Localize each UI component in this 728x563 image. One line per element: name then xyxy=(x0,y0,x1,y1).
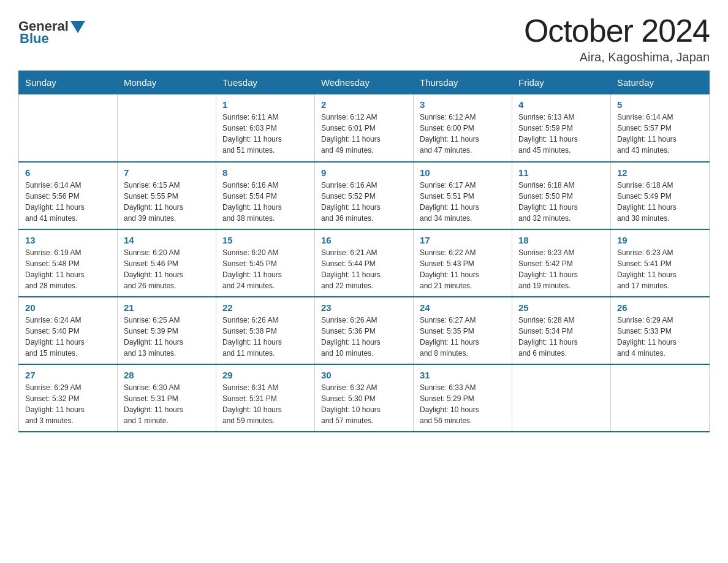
day-number: 18 xyxy=(518,235,604,245)
calendar-cell xyxy=(19,94,118,162)
calendar-cell: 17Sunrise: 6:22 AM Sunset: 5:43 PM Dayli… xyxy=(414,229,512,297)
day-info: Sunrise: 6:19 AM Sunset: 5:48 PM Dayligh… xyxy=(25,247,111,291)
day-info: Sunrise: 6:16 AM Sunset: 5:54 PM Dayligh… xyxy=(222,180,308,224)
calendar-week-row: 27Sunrise: 6:29 AM Sunset: 5:32 PM Dayli… xyxy=(19,364,710,432)
day-number: 6 xyxy=(25,167,111,178)
calendar-cell: 2Sunrise: 6:12 AM Sunset: 6:01 PM Daylig… xyxy=(315,94,414,162)
day-info: Sunrise: 6:33 AM Sunset: 5:29 PM Dayligh… xyxy=(420,382,506,426)
day-number: 13 xyxy=(25,235,111,245)
day-number: 19 xyxy=(617,235,703,245)
calendar-header-tuesday: Tuesday xyxy=(216,71,315,94)
day-info: Sunrise: 6:23 AM Sunset: 5:41 PM Dayligh… xyxy=(617,247,703,291)
day-info: Sunrise: 6:32 AM Sunset: 5:30 PM Dayligh… xyxy=(321,382,407,426)
calendar-cell: 4Sunrise: 6:13 AM Sunset: 5:59 PM Daylig… xyxy=(512,94,611,162)
day-number: 10 xyxy=(420,167,506,178)
day-info: Sunrise: 6:14 AM Sunset: 5:56 PM Dayligh… xyxy=(25,180,111,224)
calendar-cell: 5Sunrise: 6:14 AM Sunset: 5:57 PM Daylig… xyxy=(611,94,710,162)
day-info: Sunrise: 6:12 AM Sunset: 6:00 PM Dayligh… xyxy=(420,112,506,156)
day-info: Sunrise: 6:25 AM Sunset: 5:39 PM Dayligh… xyxy=(124,315,210,359)
page-header: General Blue October 2024 Aira, Kagoshim… xyxy=(18,12,710,64)
month-title: October 2024 xyxy=(524,12,710,49)
day-info: Sunrise: 6:26 AM Sunset: 5:38 PM Dayligh… xyxy=(222,315,308,359)
day-info: Sunrise: 6:18 AM Sunset: 5:50 PM Dayligh… xyxy=(518,180,604,224)
calendar-cell: 24Sunrise: 6:27 AM Sunset: 5:35 PM Dayli… xyxy=(414,297,512,364)
day-number: 25 xyxy=(518,302,604,313)
day-number: 21 xyxy=(124,302,210,313)
day-info: Sunrise: 6:11 AM Sunset: 6:03 PM Dayligh… xyxy=(222,112,308,156)
day-number: 23 xyxy=(321,302,407,313)
day-info: Sunrise: 6:20 AM Sunset: 5:45 PM Dayligh… xyxy=(222,247,308,291)
calendar-cell: 23Sunrise: 6:26 AM Sunset: 5:36 PM Dayli… xyxy=(315,297,414,364)
day-number: 11 xyxy=(518,167,604,178)
day-number: 1 xyxy=(222,99,308,110)
day-info: Sunrise: 6:17 AM Sunset: 5:51 PM Dayligh… xyxy=(420,180,506,224)
calendar-week-row: 6Sunrise: 6:14 AM Sunset: 5:56 PM Daylig… xyxy=(19,162,710,229)
calendar-cell xyxy=(118,94,216,162)
day-number: 16 xyxy=(321,235,407,245)
logo: General Blue xyxy=(18,18,85,47)
calendar-cell: 21Sunrise: 6:25 AM Sunset: 5:39 PM Dayli… xyxy=(118,297,216,364)
day-info: Sunrise: 6:23 AM Sunset: 5:42 PM Dayligh… xyxy=(518,247,604,291)
calendar-cell: 20Sunrise: 6:24 AM Sunset: 5:40 PM Dayli… xyxy=(19,297,118,364)
day-info: Sunrise: 6:29 AM Sunset: 5:32 PM Dayligh… xyxy=(25,382,111,426)
calendar-cell: 19Sunrise: 6:23 AM Sunset: 5:41 PM Dayli… xyxy=(611,229,710,297)
calendar-cell: 26Sunrise: 6:29 AM Sunset: 5:33 PM Dayli… xyxy=(611,297,710,364)
day-info: Sunrise: 6:27 AM Sunset: 5:35 PM Dayligh… xyxy=(420,315,506,359)
day-number: 12 xyxy=(617,167,703,178)
calendar-cell: 8Sunrise: 6:16 AM Sunset: 5:54 PM Daylig… xyxy=(216,162,315,229)
day-number: 7 xyxy=(124,167,210,178)
day-number: 15 xyxy=(222,235,308,245)
calendar-cell: 29Sunrise: 6:31 AM Sunset: 5:31 PM Dayli… xyxy=(216,364,315,432)
day-number: 17 xyxy=(420,235,506,245)
day-info: Sunrise: 6:18 AM Sunset: 5:49 PM Dayligh… xyxy=(617,180,703,224)
calendar-cell: 10Sunrise: 6:17 AM Sunset: 5:51 PM Dayli… xyxy=(414,162,512,229)
calendar-cell: 25Sunrise: 6:28 AM Sunset: 5:34 PM Dayli… xyxy=(512,297,611,364)
day-number: 28 xyxy=(124,370,210,380)
calendar-week-row: 13Sunrise: 6:19 AM Sunset: 5:48 PM Dayli… xyxy=(19,229,710,297)
calendar-header-thursday: Thursday xyxy=(414,71,512,94)
day-info: Sunrise: 6:13 AM Sunset: 5:59 PM Dayligh… xyxy=(518,112,604,156)
day-number: 8 xyxy=(222,167,308,178)
calendar-cell xyxy=(611,364,710,432)
day-number: 24 xyxy=(420,302,506,313)
day-info: Sunrise: 6:28 AM Sunset: 5:34 PM Dayligh… xyxy=(518,315,604,359)
calendar-cell: 18Sunrise: 6:23 AM Sunset: 5:42 PM Dayli… xyxy=(512,229,611,297)
day-info: Sunrise: 6:14 AM Sunset: 5:57 PM Dayligh… xyxy=(617,112,703,156)
day-number: 9 xyxy=(321,167,407,178)
logo-triangle-icon xyxy=(70,21,85,33)
day-number: 30 xyxy=(321,370,407,380)
calendar-cell: 7Sunrise: 6:15 AM Sunset: 5:55 PM Daylig… xyxy=(118,162,216,229)
day-number: 2 xyxy=(321,99,407,110)
calendar-cell: 3Sunrise: 6:12 AM Sunset: 6:00 PM Daylig… xyxy=(414,94,512,162)
calendar-header-sunday: Sunday xyxy=(19,71,118,94)
calendar-cell: 15Sunrise: 6:20 AM Sunset: 5:45 PM Dayli… xyxy=(216,229,315,297)
day-info: Sunrise: 6:21 AM Sunset: 5:44 PM Dayligh… xyxy=(321,247,407,291)
day-number: 27 xyxy=(25,370,111,380)
calendar-cell: 31Sunrise: 6:33 AM Sunset: 5:29 PM Dayli… xyxy=(414,364,512,432)
calendar-cell: 6Sunrise: 6:14 AM Sunset: 5:56 PM Daylig… xyxy=(19,162,118,229)
calendar-cell: 14Sunrise: 6:20 AM Sunset: 5:46 PM Dayli… xyxy=(118,229,216,297)
calendar-cell: 12Sunrise: 6:18 AM Sunset: 5:49 PM Dayli… xyxy=(611,162,710,229)
day-info: Sunrise: 6:20 AM Sunset: 5:46 PM Dayligh… xyxy=(124,247,210,291)
day-info: Sunrise: 6:15 AM Sunset: 5:55 PM Dayligh… xyxy=(124,180,210,224)
calendar-body: 1Sunrise: 6:11 AM Sunset: 6:03 PM Daylig… xyxy=(19,94,710,432)
day-info: Sunrise: 6:29 AM Sunset: 5:33 PM Dayligh… xyxy=(617,315,703,359)
calendar-cell xyxy=(512,364,611,432)
logo-blue-text: Blue xyxy=(20,31,49,47)
calendar-header-wednesday: Wednesday xyxy=(315,71,414,94)
day-info: Sunrise: 6:22 AM Sunset: 5:43 PM Dayligh… xyxy=(420,247,506,291)
day-info: Sunrise: 6:12 AM Sunset: 6:01 PM Dayligh… xyxy=(321,112,407,156)
day-number: 26 xyxy=(617,302,703,313)
calendar-table: SundayMondayTuesdayWednesdayThursdayFrid… xyxy=(18,71,710,432)
day-info: Sunrise: 6:16 AM Sunset: 5:52 PM Dayligh… xyxy=(321,180,407,224)
location: Aira, Kagoshima, Japan xyxy=(524,50,710,64)
calendar-cell: 9Sunrise: 6:16 AM Sunset: 5:52 PM Daylig… xyxy=(315,162,414,229)
calendar-header-saturday: Saturday xyxy=(611,71,710,94)
day-number: 4 xyxy=(518,99,604,110)
day-number: 3 xyxy=(420,99,506,110)
calendar-cell: 11Sunrise: 6:18 AM Sunset: 5:50 PM Dayli… xyxy=(512,162,611,229)
calendar-header-friday: Friday xyxy=(512,71,611,94)
day-number: 20 xyxy=(25,302,111,313)
calendar-cell: 27Sunrise: 6:29 AM Sunset: 5:32 PM Dayli… xyxy=(19,364,118,432)
day-number: 29 xyxy=(222,370,308,380)
